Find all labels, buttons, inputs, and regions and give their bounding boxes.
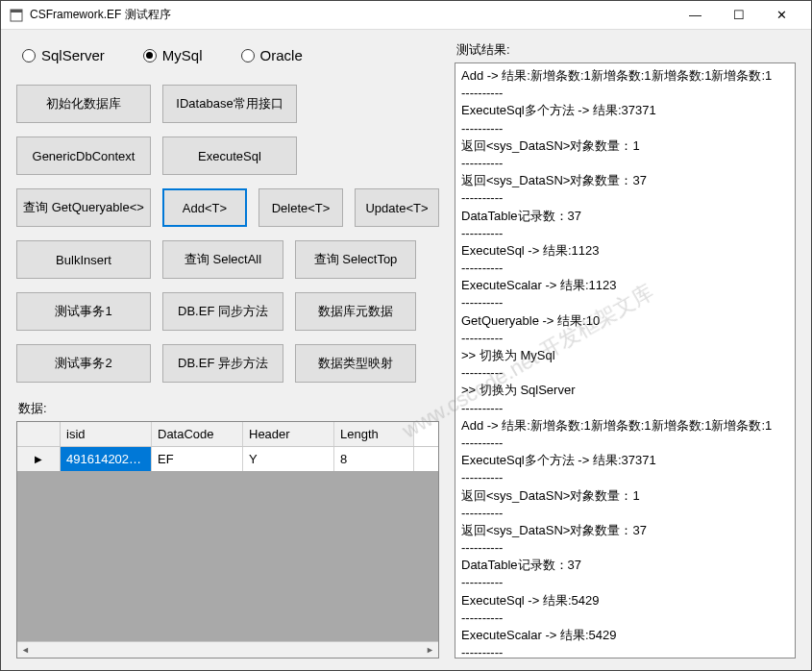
- data-grid[interactable]: isid DataCode Header Length ▶ 4916142022…: [16, 421, 439, 659]
- delete-t-button[interactable]: Delete<T>: [258, 188, 343, 227]
- radio-dot-icon: [241, 49, 255, 62]
- button-grid: 初始化数据库 IDatabase常用接口 GenericDbContext Ex…: [16, 85, 439, 383]
- data-label: 数据:: [18, 400, 439, 417]
- test-tx1-button[interactable]: 测试事务1: [16, 292, 151, 331]
- app-icon: [9, 8, 24, 23]
- grid-h-scrollbar[interactable]: ◄ ►: [17, 641, 438, 658]
- select-all-button[interactable]: 查询 SelectAll: [162, 240, 283, 279]
- db-ef-sync-button[interactable]: DB.EF 同步方法: [162, 292, 283, 331]
- generic-ctx-button[interactable]: GenericDbContext: [16, 137, 151, 175]
- cell-header[interactable]: Y: [243, 447, 334, 471]
- scroll-left-icon[interactable]: ◄: [17, 642, 34, 659]
- grid-blank-area: [17, 471, 438, 641]
- db-ef-async-button[interactable]: DB.EF 异步方法: [162, 344, 283, 383]
- window-body: SqlServer MySql Oracle 初始化数据库 IDatabase常…: [1, 30, 811, 670]
- minimize-button[interactable]: —: [674, 1, 717, 30]
- col-header-length[interactable]: Length: [334, 422, 414, 446]
- col-header-datacode[interactable]: DataCode: [152, 422, 243, 446]
- window-title: CSFramework.EF 测试程序: [30, 7, 674, 23]
- grid-corner[interactable]: [17, 422, 61, 446]
- idatabase-button[interactable]: IDatabase常用接口: [162, 85, 297, 123]
- test-tx2-button[interactable]: 测试事务2: [16, 344, 151, 383]
- left-panel: SqlServer MySql Oracle 初始化数据库 IDatabase常…: [16, 41, 439, 659]
- cell-length[interactable]: 8: [334, 447, 414, 471]
- cell-datacode[interactable]: EF: [152, 447, 243, 471]
- window-controls: — ☐ ✕: [674, 1, 803, 30]
- row-indicator-icon[interactable]: ▶: [17, 447, 61, 471]
- close-button[interactable]: ✕: [760, 1, 803, 30]
- table-row[interactable]: ▶ 49161420225... EF Y 8: [17, 447, 438, 471]
- radio-label: MySql: [162, 47, 203, 63]
- execute-sql-button[interactable]: ExecuteSql: [162, 137, 297, 175]
- radio-oracle[interactable]: Oracle: [241, 47, 303, 63]
- right-panel: 测试结果: Add -> 结果:新增条数:1新增条数:1新增条数:1新增条数:1…: [455, 41, 796, 659]
- grid-header-row: isid DataCode Header Length: [17, 422, 438, 447]
- col-header-header[interactable]: Header: [243, 422, 334, 446]
- scroll-right-icon[interactable]: ►: [422, 642, 438, 659]
- radio-dot-icon: [143, 49, 157, 62]
- radio-dot-icon: [22, 49, 36, 62]
- svg-rect-1: [11, 10, 22, 12]
- radio-sqlserver[interactable]: SqlServer: [22, 47, 105, 63]
- radio-label: Oracle: [260, 47, 303, 63]
- add-t-button[interactable]: Add<T>: [162, 188, 247, 227]
- app-window: CSFramework.EF 测试程序 — ☐ ✕ SqlServer MySq…: [0, 0, 812, 671]
- results-label: 测试结果:: [456, 41, 796, 59]
- get-queryable-button[interactable]: 查询 GetQueryable<>: [16, 188, 151, 227]
- select-top-button[interactable]: 查询 SelectTop: [295, 240, 416, 279]
- maximize-button[interactable]: ☐: [717, 1, 760, 30]
- bulk-insert-button[interactable]: BulkInsert: [16, 240, 151, 279]
- col-header-isid[interactable]: isid: [61, 422, 152, 446]
- data-type-map-button[interactable]: 数据类型映射: [295, 344, 416, 383]
- cell-isid[interactable]: 49161420225...: [61, 447, 152, 471]
- db-radio-group: SqlServer MySql Oracle: [22, 47, 439, 63]
- update-t-button[interactable]: Update<T>: [355, 188, 439, 227]
- radio-mysql[interactable]: MySql: [143, 47, 203, 63]
- titlebar[interactable]: CSFramework.EF 测试程序 — ☐ ✕: [1, 1, 811, 30]
- results-textbox[interactable]: Add -> 结果:新增条数:1新增条数:1新增条数:1新增条数:1 -----…: [455, 62, 796, 659]
- radio-label: SqlServer: [41, 47, 105, 63]
- init-db-button[interactable]: 初始化数据库: [16, 85, 151, 123]
- db-meta-button[interactable]: 数据库元数据: [295, 292, 416, 331]
